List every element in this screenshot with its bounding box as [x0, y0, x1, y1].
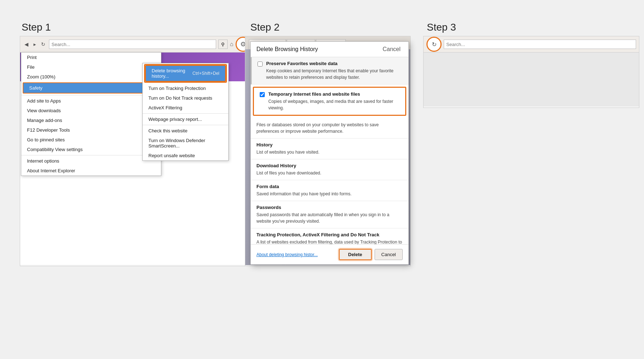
dbh-section-tempfiles-wrapper: Temporary Internet files and website fil…: [253, 87, 406, 116]
menu-item-compat-view-label: Compatibility View settings: [27, 147, 82, 152]
menu-item-activex[interactable]: ActiveX Filtering: [143, 103, 228, 113]
menu-item-about-ie-label: About Internet Explorer: [27, 168, 75, 173]
step3-search-input[interactable]: [444, 40, 636, 49]
menu-item-safety[interactable]: Safety ▶: [23, 82, 160, 94]
step1-label: Step 1: [22, 22, 51, 33]
menu-item-do-not-track-label: Turn on Do Not Track requests: [148, 95, 212, 101]
menu-item-file[interactable]: File ▶: [21, 62, 161, 72]
dbh-footer: About deleting browsing histor... Delete…: [251, 244, 408, 264]
dbh-section-tracking-text: Tracking Protection, ActiveX Filtering a…: [256, 232, 403, 244]
dbh-section-favorites-text: Preserve Favorites website data Keep coo…: [266, 61, 403, 81]
ie-browser-step3: ↻: [423, 36, 639, 108]
dbh-dialog-title: Delete Browsing History: [256, 46, 318, 53]
menu-item-manage-addons[interactable]: Manage add-ons: [21, 115, 161, 125]
dbh-formdata-title: Form data: [256, 184, 352, 189]
refresh-button-step3[interactable]: ↻: [426, 37, 442, 52]
dbh-close-button[interactable]: Cancel: [380, 45, 403, 53]
dbh-title-bar: Delete Browsing History Cancel: [251, 42, 408, 57]
step3-label: Step 3: [427, 22, 456, 33]
menu-item-pinned-sites-label: Go to pinned sites: [27, 137, 65, 142]
menu-item-view-downloads[interactable]: View downloads Ctrl+J: [21, 106, 161, 115]
menu-item-tracking-protection[interactable]: Turn on Tracking Protection: [143, 83, 228, 93]
ie-toolbar: ◀ ▸ ↻ ⚲ ⌂ ⚙: [20, 36, 254, 53]
menu-separator-2: [21, 155, 161, 155]
dbh-download-history-desc: List of files you have downloaded.: [256, 170, 321, 176]
dbh-history-title: History: [256, 142, 319, 147]
dbh-tempfiles-title: Temporary Internet files and website fil…: [268, 91, 399, 97]
dbh-section-tempfiles-text: Temporary Internet files and website fil…: [268, 91, 399, 111]
menu-item-privacy-report[interactable]: Webpage privacy report...: [143, 114, 228, 124]
search-input[interactable]: [49, 40, 216, 49]
menu-item-view-downloads-label: View downloads: [27, 108, 61, 113]
menu-item-f12[interactable]: F12 Developer Tools: [21, 125, 161, 135]
menu-item-activex-label: ActiveX Filtering: [148, 105, 182, 110]
menu-item-check-website-label: Check this website: [148, 128, 187, 133]
refresh-icon: ↻: [432, 41, 437, 48]
menu-item-zoom-label: Zoom (100%): [27, 74, 55, 79]
dbh-favorites-title: Preserve Favorites website data: [266, 61, 403, 66]
menu-separator-1: [21, 95, 161, 95]
safety-separator-2: [143, 125, 228, 125]
menu-item-pinned-sites[interactable]: Go to pinned sites: [21, 135, 161, 145]
dbh-section-formdata-text: Form data Saved information that you hav…: [256, 184, 352, 197]
menu-item-tracking-protection-label: Turn on Tracking Protection: [148, 86, 206, 91]
menu-item-report-unsafe[interactable]: Report unsafe website: [143, 151, 228, 160]
dbh-checkbox-favorites[interactable]: [258, 62, 263, 67]
step2-label: Step 2: [250, 22, 279, 33]
menu-item-do-not-track[interactable]: Turn on Do Not Track requests: [143, 93, 228, 103]
menu-item-check-website[interactable]: Check this website: [143, 126, 228, 136]
refresh-button[interactable]: ↻: [40, 41, 47, 48]
dbh-passwords-desc: Saved passwords that are automatically f…: [256, 212, 403, 224]
home-button[interactable]: ⌂: [230, 41, 233, 47]
dbh-checkbox-tempfiles[interactable]: [260, 92, 265, 97]
menu-item-about-ie[interactable]: About Internet Explorer: [21, 166, 161, 176]
dbh-section-tracking: Tracking Protection, ActiveX Filtering a…: [251, 228, 408, 244]
main-dropdown-menu: Print File ▶ Zoom (100%) ▶ Safety ▶ Add …: [21, 52, 161, 176]
menu-item-file-label: File: [27, 64, 35, 70]
menu-item-report-unsafe-label: Report unsafe website: [148, 153, 195, 158]
menu-item-safety-label: Safety: [29, 85, 43, 91]
dbh-section-history-text: History List of websites you have visite…: [256, 142, 319, 155]
dbh-cancel-button[interactable]: Cancel: [375, 249, 403, 260]
dbh-cookies-desc: Files or databases stored on your comput…: [256, 122, 403, 135]
dbh-delete-button[interactable]: Delete: [339, 249, 372, 260]
dbh-tempfiles-desc: Copies of webpages, images, and media th…: [268, 98, 399, 111]
menu-item-f12-label: F12 Developer Tools: [27, 127, 70, 133]
safety-separator-1: [143, 113, 228, 114]
dbh-tracking-desc: A list of websites excluded from filteri…: [256, 239, 403, 244]
forward-button[interactable]: ▸: [32, 41, 37, 48]
menu-item-internet-options[interactable]: Internet options: [21, 156, 161, 166]
dbh-section-favorites: Preserve Favorites website data Keep coo…: [251, 57, 408, 85]
step3-content: [424, 53, 639, 106]
menu-item-print[interactable]: Print: [21, 53, 161, 62]
delete-history-shortcut: Ctrl+Shift+Del: [192, 71, 219, 76]
dbh-section-cookies: Files or databases stored on your comput…: [251, 118, 408, 138]
menu-item-smartscreen-label: Turn on Windows Defender SmartScreen...: [148, 138, 223, 149]
back-button[interactable]: ◀: [23, 41, 30, 48]
menu-item-delete-history[interactable]: Delete browsing history... Ctrl+Shift+De…: [145, 65, 226, 82]
delete-highlight-wrapper: Delete browsing history... Ctrl+Shift+De…: [144, 64, 227, 83]
dbh-section-history: History List of websites you have visite…: [251, 138, 408, 159]
menu-item-add-site[interactable]: Add site to Apps: [21, 96, 161, 106]
dbh-dialog: Delete Browsing History Cancel Preserve …: [250, 41, 409, 265]
dbh-buttons: Delete Cancel: [339, 249, 403, 260]
dbh-section-passwords: Passwords Saved passwords that are autom…: [251, 201, 408, 228]
dbh-favorites-desc: Keep cookies and temporary Internet file…: [266, 68, 403, 81]
menu-item-add-site-label: Add site to Apps: [27, 98, 61, 104]
dbh-passwords-title: Passwords: [256, 205, 403, 210]
dbh-history-desc: List of websites you have visited.: [256, 149, 319, 155]
dbh-formdata-desc: Saved information that you have typed in…: [256, 191, 352, 197]
menu-item-privacy-report-label: Webpage privacy report...: [148, 117, 202, 122]
menu-item-print-label: Print: [27, 55, 37, 60]
menu-item-smartscreen[interactable]: Turn on Windows Defender SmartScreen...: [143, 136, 228, 151]
search-button[interactable]: ⚲: [218, 40, 228, 49]
safety-submenu: Delete browsing history... Ctrl+Shift+De…: [142, 63, 229, 161]
menu-item-compat-view[interactable]: Compatibility View settings: [21, 145, 161, 154]
dbh-section-formdata: Form data Saved information that you hav…: [251, 180, 408, 201]
dbh-about-link[interactable]: About deleting browsing histor...: [256, 252, 318, 257]
menu-item-zoom[interactable]: Zoom (100%) ▶: [21, 72, 161, 82]
ie-toolbar-step3: ↻: [424, 36, 639, 53]
dbh-download-history-title: Download History: [256, 163, 321, 168]
dbh-section-download-history-text: Download History List of files you have …: [256, 163, 321, 176]
dbh-tracking-title: Tracking Protection, ActiveX Filtering a…: [256, 232, 403, 237]
